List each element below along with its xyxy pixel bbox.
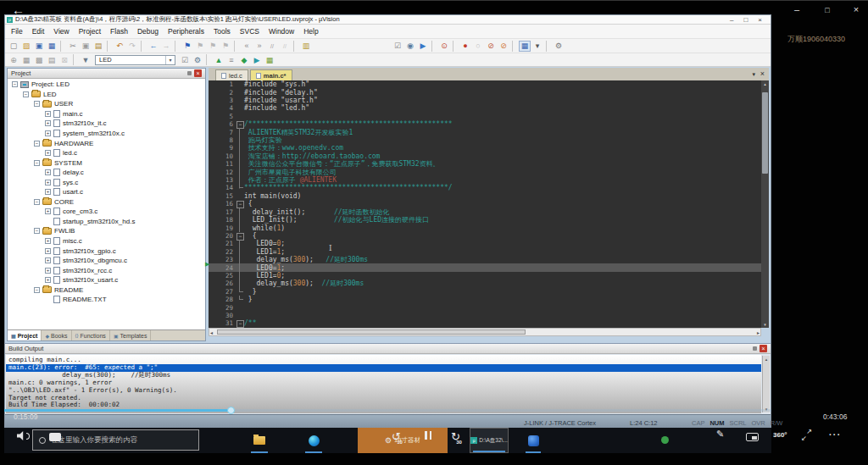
fold-marker-icon[interactable] xyxy=(236,240,244,247)
editor-tab[interactable]: led.c xyxy=(215,69,248,80)
fold-marker-icon[interactable] xyxy=(236,216,244,224)
file-extensions-icon[interactable]: ≡ xyxy=(225,54,237,65)
tree-expander-icon[interactable]: − xyxy=(34,199,40,205)
target-select[interactable]: LED▾ xyxy=(95,55,175,65)
uvision-close-button[interactable]: × xyxy=(758,16,762,24)
volume-icon[interactable] xyxy=(17,431,30,440)
panel-tab[interactable]: ◆Books xyxy=(42,330,71,340)
open-file-icon[interactable]: ▨ xyxy=(20,41,32,52)
fold-marker-icon[interactable] xyxy=(236,256,244,263)
breakpoint-disable-icon[interactable]: ○ xyxy=(472,41,484,52)
edge-browser-icon[interactable] xyxy=(303,428,325,453)
forward-30-button[interactable]: ↻30 xyxy=(451,429,460,444)
splitter-collapse-icon[interactable]: ▶ xyxy=(205,261,209,268)
tree-item[interactable]: + stm32f10x_rcc.c xyxy=(9,265,203,275)
vscroll-thumb[interactable] xyxy=(762,92,768,174)
tree-item[interactable]: − USER xyxy=(9,99,203,109)
tray-icon[interactable] xyxy=(661,436,669,444)
editor-hscrollbar[interactable]: ◂ ▸ xyxy=(209,328,761,336)
scroll-down-icon[interactable]: ▾ xyxy=(761,322,769,327)
outdent-icon[interactable]: « xyxy=(241,41,253,52)
fold-marker-icon[interactable] xyxy=(236,104,244,112)
menu-item[interactable]: Project xyxy=(79,27,101,36)
tree-expander-icon[interactable]: − xyxy=(23,91,29,97)
code-area[interactable]: 1 #include "sys.h" 2 #include "delay.h" xyxy=(209,80,761,328)
fold-marker-icon[interactable] xyxy=(236,97,244,104)
tree-item[interactable]: − Project: LED xyxy=(9,80,203,90)
breakpoint-kill-icon[interactable]: ⊘ xyxy=(485,41,497,52)
tree-expander-icon[interactable]: − xyxy=(34,228,40,234)
tree-item[interactable]: + stm32f10x_dbgmcu.c xyxy=(9,256,203,266)
menu-item[interactable]: Flash xyxy=(110,27,128,36)
tab-list-dropdown-icon[interactable]: ▾ xyxy=(752,71,755,78)
save-icon[interactable]: ▣ xyxy=(33,41,45,52)
fold-marker-icon[interactable] xyxy=(236,88,244,96)
tree-item[interactable]: + stm32f10x_gpio.c xyxy=(9,246,203,256)
tree-expander-icon[interactable]: + xyxy=(45,208,51,214)
tree-item[interactable]: + stm32f10x_it.c xyxy=(9,119,203,129)
fold-marker-icon[interactable] xyxy=(236,303,244,311)
editor-vscrollbar[interactable]: ▴ ▾ xyxy=(761,80,769,328)
find-in-files-icon[interactable]: ◉ xyxy=(404,41,416,52)
editor-tab[interactable]: main.c* xyxy=(250,69,292,80)
translate-file-icon[interactable]: ⊕ xyxy=(8,54,19,65)
pin-icon[interactable] xyxy=(753,346,757,351)
bookmark-toggle-icon[interactable]: ⚑ xyxy=(181,41,193,52)
tree-expander-icon[interactable]: + xyxy=(45,238,51,244)
fold-marker-icon[interactable] xyxy=(236,263,244,271)
debug-run-icon[interactable]: ▶ xyxy=(417,41,429,52)
scroll-up-icon[interactable]: ▴ xyxy=(761,81,769,86)
tree-item[interactable]: + stm32f10x_usart.c xyxy=(9,275,203,285)
tree-expander-icon[interactable]: − xyxy=(34,141,40,147)
tree-expander-icon[interactable]: + xyxy=(45,248,51,254)
mini-player-icon[interactable] xyxy=(746,433,759,441)
build-output-log[interactable]: compiling main.c...main.c(23): error: #6… xyxy=(6,355,761,413)
uncomment-icon[interactable]: // xyxy=(279,41,291,52)
comment-icon[interactable]: // xyxy=(266,41,278,52)
menu-item[interactable]: Help xyxy=(303,27,318,36)
nav-forward-icon[interactable]: → xyxy=(160,41,172,52)
tree-expander-icon[interactable]: + xyxy=(45,257,51,263)
tree-item[interactable]: + core_cm3.c xyxy=(9,207,203,217)
tree-item[interactable]: − FWLIB xyxy=(9,226,203,236)
fold-marker-icon[interactable] xyxy=(236,152,244,160)
fold-marker-icon[interactable] xyxy=(236,312,244,319)
project-panel-close-icon[interactable]: × xyxy=(194,69,202,77)
panel-tab[interactable]: {}Functions xyxy=(72,330,110,340)
fold-marker-icon[interactable] xyxy=(236,128,244,136)
new-file-icon[interactable]: ▢ xyxy=(8,41,19,52)
scroll-left-icon[interactable]: ◂ xyxy=(210,329,213,335)
breakpoint-icon[interactable]: ● xyxy=(459,41,471,52)
layout-dropdown-icon[interactable]: ▾ xyxy=(531,41,543,52)
fold-marker-icon[interactable] xyxy=(236,272,244,280)
uvision-taskbar-button[interactable]: µD:\A盘32\... xyxy=(470,428,509,453)
menu-item[interactable]: Peripherals xyxy=(168,27,204,36)
bookmark-next-icon[interactable]: ⚑ xyxy=(207,41,219,52)
tree-expander-icon[interactable]: + xyxy=(45,130,51,136)
fold-marker-icon[interactable] xyxy=(236,319,244,327)
spell-check-icon[interactable]: ☑ xyxy=(392,41,403,52)
panel-tab[interactable]: ▦Project xyxy=(8,330,42,340)
tree-item[interactable]: startup_stm32f10x_hd.s xyxy=(9,217,203,227)
tree-item[interactable]: README.TXT xyxy=(9,295,203,305)
tree-item[interactable]: − SYSTEM xyxy=(9,158,203,168)
build-target-icon[interactable]: ▦ xyxy=(20,54,32,65)
rewind-10-button[interactable]: ↺10 xyxy=(392,429,401,444)
fold-marker-icon[interactable] xyxy=(236,288,244,296)
menu-item[interactable]: Debug xyxy=(137,27,159,36)
tree-item[interactable]: + usart.c xyxy=(9,187,203,197)
menu-item[interactable]: Edit xyxy=(32,27,45,36)
uvision-minimize-button[interactable]: – xyxy=(730,16,733,24)
tree-expander-icon[interactable]: − xyxy=(34,160,40,166)
tree-item[interactable]: + delay.c xyxy=(9,168,203,178)
stop-build-icon[interactable]: ⊠ xyxy=(58,54,70,65)
tree-item[interactable]: + sys.c xyxy=(9,177,203,187)
fold-marker-icon[interactable] xyxy=(236,248,244,256)
build-output-close-icon[interactable]: × xyxy=(760,345,767,352)
panel-tab[interactable]: ▣Templates xyxy=(110,330,152,340)
player-maximize-button[interactable]: □ xyxy=(819,6,836,14)
fold-marker-icon[interactable] xyxy=(236,192,244,200)
pin-icon[interactable] xyxy=(187,71,192,75)
find-icon[interactable]: ▥ xyxy=(300,41,312,52)
file-explorer-icon[interactable] xyxy=(248,428,270,453)
